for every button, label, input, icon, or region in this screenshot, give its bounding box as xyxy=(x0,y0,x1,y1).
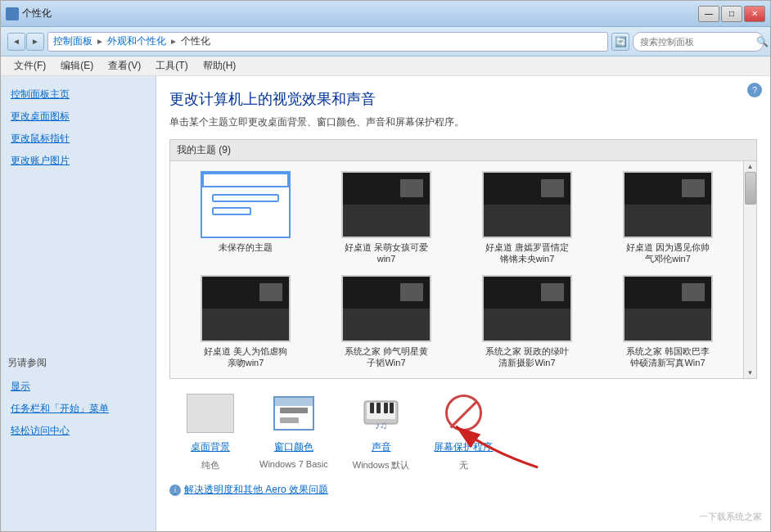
scrollbar-thumb[interactable] xyxy=(745,172,756,205)
sidebar: 控制面板主页 更改桌面图标 更改鼠标指针 更改账户图片 另请参阅 显示 任务栏和… xyxy=(1,76,156,531)
content-area: ? 更改计算机上的视觉效果和声音 单击某个主题立即更改桌面背景、窗口颜色、声音和… xyxy=(156,76,770,531)
sidebar-link-home[interactable]: 控制面板主页 xyxy=(7,86,149,103)
theme-label-4: 好桌道 美人为馅虐狗亲吻win7 xyxy=(204,345,287,369)
desktop-bg-icon xyxy=(187,394,234,433)
svg-rect-3 xyxy=(376,403,381,413)
search-bar: 🔍 xyxy=(633,32,764,52)
theme-label-2: 好桌道 唐嫣罗晋情定锵锵未央win7 xyxy=(485,241,569,265)
main-content: 控制面板主页 更改桌面图标 更改鼠标指针 更改账户图片 另请参阅 显示 任务栏和… xyxy=(1,76,770,531)
minimize-button[interactable]: — xyxy=(698,6,719,22)
screensaver-icon xyxy=(445,394,482,431)
window-color-icon xyxy=(273,396,314,431)
theme-label-5: 系统之家 帅气明星黄子韬Win7 xyxy=(345,345,428,369)
bottom-options: 桌面背景 纯色 窗口颜色 Windows 7 xyxy=(169,390,757,471)
sound-icon-container: ♪♫ xyxy=(357,390,406,435)
sidebar-link-taskbar[interactable]: 任务栏和「开始」菜单 xyxy=(7,400,149,417)
sidebar-link-mouse-pointer[interactable]: 更改鼠标指针 xyxy=(7,130,149,147)
theme-label-3: 好桌道 因为遇见你帅气邓伦win7 xyxy=(626,241,710,265)
sound-label: 声音 xyxy=(372,440,391,454)
menu-help[interactable]: 帮助(H) xyxy=(196,57,243,74)
breadcrumb-item-control-panel[interactable]: 控制面板 xyxy=(53,34,92,48)
svg-rect-2 xyxy=(370,403,374,413)
themes-grid: 未保存的主题 好桌道 呆萌女孩可爱win7 xyxy=(170,161,743,378)
main-window: 个性化 — □ ✕ ◄ ► 控制面板 ► 外观和个性化 ► 个性化 🔄 🔍 文件… xyxy=(0,0,771,532)
screensaver-label: 屏幕保护程序 xyxy=(434,440,493,454)
breadcrumb-item-appearance[interactable]: 外观和个性化 xyxy=(107,34,166,48)
theme-item-1[interactable]: 好桌道 呆萌女孩可爱win7 xyxy=(321,171,452,265)
sound-icon: ♪♫ xyxy=(363,394,399,431)
title-bar: 个性化 — □ ✕ xyxy=(1,1,770,27)
window-color-icon-bar2 xyxy=(280,417,299,423)
help-link[interactable]: i 解决透明度和其他 Aero 效果问题 xyxy=(169,483,757,497)
help-link-area: i 解决透明度和其他 Aero 效果问题 xyxy=(169,483,757,497)
close-button[interactable]: ✕ xyxy=(744,6,765,22)
theme-item-5[interactable]: 系统之家 帅气明星黄子韬Win7 xyxy=(321,275,452,369)
menu-tools[interactable]: 工具(T) xyxy=(149,57,194,74)
title-bar-controls: — □ ✕ xyxy=(698,6,765,22)
window-title: 个性化 xyxy=(22,7,52,20)
sidebar-link-accessibility[interactable]: 轻松访问中心 xyxy=(7,422,149,440)
desktop-bg-label: 桌面背景 xyxy=(191,440,230,454)
sidebar-link-display[interactable]: 显示 xyxy=(7,378,149,395)
svg-rect-5 xyxy=(390,403,394,413)
back-button[interactable]: ◄ xyxy=(7,33,25,51)
page-subtitle: 单击某个主题立即更改桌面背景、窗口颜色、声音和屏幕保护程序。 xyxy=(169,115,757,129)
theme-item-2[interactable]: 好桌道 唐嫣罗晋情定锵锵未央win7 xyxy=(462,171,593,265)
theme-label-unsaved: 未保存的主题 xyxy=(219,241,273,253)
help-link-text: 解决透明度和其他 Aero 效果问题 xyxy=(184,483,328,497)
screensaver-option[interactable]: 屏幕保护程序 无 xyxy=(434,390,493,471)
watermark: 一下载系统之家 xyxy=(699,511,762,523)
menu-view[interactable]: 查看(V) xyxy=(101,57,147,74)
menu-edit[interactable]: 编辑(E) xyxy=(54,57,100,74)
sidebar-link-account-picture[interactable]: 更改账户图片 xyxy=(7,152,149,169)
menu-bar: 文件(F) 编辑(E) 查看(V) 工具(T) 帮助(H) xyxy=(1,56,770,76)
window-color-label: 窗口颜色 xyxy=(274,440,313,454)
window-color-sublabel: Windows 7 Basic xyxy=(259,459,328,469)
window-icon xyxy=(6,7,19,20)
nav-go-button[interactable]: 🔄 xyxy=(611,33,629,51)
sidebar-link-desktop-icons[interactable]: 更改桌面图标 xyxy=(7,108,149,125)
themes-scrollbar[interactable]: ▲ ▼ xyxy=(743,161,756,378)
breadcrumb-sep-1: ► xyxy=(96,37,104,46)
theme-item-6[interactable]: 系统之家 斑政的绿叶清新摄影Win7 xyxy=(462,275,593,369)
help-link-icon: i xyxy=(169,485,181,496)
maximize-button[interactable]: □ xyxy=(721,6,742,22)
window-color-icon-header xyxy=(275,398,313,406)
theme-item-7[interactable]: 系统之家 韩国欧巴李钟硕清新写真Win7 xyxy=(602,275,733,369)
breadcrumb-bar: 控制面板 ► 外观和个性化 ► 个性化 xyxy=(47,32,608,52)
theme-label-6: 系统之家 斑政的绿叶清新摄影Win7 xyxy=(485,345,569,369)
window-color-option[interactable]: 窗口颜色 Windows 7 Basic xyxy=(259,390,328,469)
also-see-title: 另请参阅 xyxy=(7,356,149,370)
theme-item-4[interactable]: 好桌道 美人为馅虐狗亲吻win7 xyxy=(180,275,311,369)
search-icon: 🔍 xyxy=(756,36,769,47)
screensaver-sublabel: 无 xyxy=(459,459,468,471)
desktop-bg-sublabel: 纯色 xyxy=(201,459,219,471)
desktop-bg-option[interactable]: 桌面背景 纯色 xyxy=(186,390,235,471)
window-color-icon-container xyxy=(269,390,318,435)
themes-header: 我的主题 (9) xyxy=(170,140,756,161)
breadcrumb-sep-2: ► xyxy=(169,37,178,46)
theme-item-3[interactable]: 好桌道 因为遇见你帅气邓伦win7 xyxy=(602,171,733,265)
help-icon-button[interactable]: ? xyxy=(747,83,762,97)
themes-container: 我的主题 (9) 未保存的主题 xyxy=(169,139,757,379)
menu-file[interactable]: 文件(F) xyxy=(7,57,52,74)
nav-arrows: ◄ ► xyxy=(7,33,44,51)
breadcrumb-current: 个性化 xyxy=(181,34,210,48)
theme-label-1: 好桌道 呆萌女孩可爱win7 xyxy=(345,241,428,265)
desktop-bg-icon-container xyxy=(186,390,235,435)
window-color-icon-bar1 xyxy=(280,408,308,413)
theme-item-unsaved[interactable]: 未保存的主题 xyxy=(180,171,311,265)
title-bar-left: 个性化 xyxy=(6,7,52,20)
forward-button[interactable]: ► xyxy=(26,33,44,51)
sound-sublabel: Windows 默认 xyxy=(353,459,410,471)
svg-rect-4 xyxy=(384,403,388,413)
nav-bar: ◄ ► 控制面板 ► 外观和个性化 ► 个性化 🔄 🔍 xyxy=(1,27,770,56)
page-title: 更改计算机上的视觉效果和声音 xyxy=(169,89,757,109)
svg-text:♪♫: ♪♫ xyxy=(375,420,387,431)
theme-label-7: 系统之家 韩国欧巴李钟硕清新写真Win7 xyxy=(626,345,710,369)
sound-option[interactable]: ♪♫ 声音 Windows 默认 xyxy=(353,390,410,471)
search-input[interactable] xyxy=(640,37,753,47)
screensaver-icon-container xyxy=(439,390,488,435)
